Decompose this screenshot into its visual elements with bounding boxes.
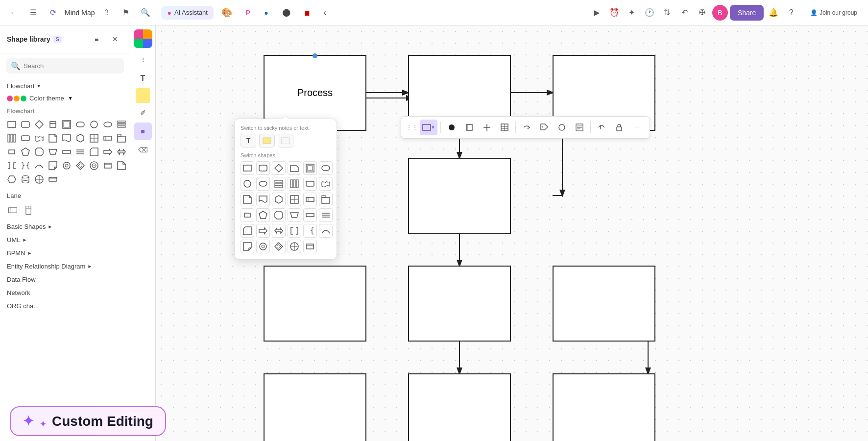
shape-hexagon[interactable]: [74, 132, 86, 144]
bookmark-button[interactable]: ⚑: [118, 5, 134, 21]
ps-trapezoid[interactable]: [288, 208, 301, 222]
shape-note3[interactable]: [116, 160, 127, 172]
eraser-tool[interactable]: ⌫: [134, 141, 152, 159]
handle-top[interactable]: [313, 53, 317, 58]
join-group-area[interactable]: 👤 Join our group: [805, 7, 862, 18]
shape-sm-rect[interactable]: [6, 146, 18, 158]
ps-rect[interactable]: [241, 161, 254, 175]
share-button[interactable]: Share: [730, 5, 764, 21]
sidebar-settings-button[interactable]: ≡: [89, 31, 104, 47]
circle-btn[interactable]: [554, 120, 570, 135]
ps-diamond[interactable]: [272, 161, 286, 175]
ps-rect2[interactable]: [303, 208, 317, 222]
ps-folded[interactable]: [288, 161, 301, 175]
tab-4[interactable]: ⚫: [276, 6, 296, 20]
search-button[interactable]: 🔍: [138, 5, 153, 21]
shape-h-bars[interactable]: [116, 119, 127, 130]
shape-v-bars[interactable]: [6, 132, 18, 144]
notification-button[interactable]: 🔔: [766, 5, 781, 21]
shape-circle[interactable]: [88, 119, 100, 130]
shape-clip-rect[interactable]: [47, 119, 59, 130]
tab-5[interactable]: ◼: [298, 6, 316, 20]
ps-bracket[interactable]: [288, 224, 301, 238]
ps-rectbar[interactable]: [303, 193, 317, 206]
process-box-8[interactable]: [264, 373, 366, 441]
process-box-10[interactable]: [553, 373, 655, 441]
shape-arc[interactable]: [33, 160, 45, 172]
back-button[interactable]: ←: [6, 5, 22, 21]
menu-button[interactable]: ☰: [25, 5, 41, 21]
ps-cutrect[interactable]: [241, 224, 254, 238]
ps-arc[interactable]: [319, 224, 333, 238]
shape-sm3[interactable]: [102, 160, 114, 172]
shape-pentagon[interactable]: [20, 146, 31, 158]
shape-pill[interactable]: [74, 119, 86, 130]
network-section[interactable]: Network: [0, 285, 130, 298]
ps-frame[interactable]: [303, 161, 317, 175]
shape-cut-rect[interactable]: [88, 146, 100, 158]
collapse-tabs[interactable]: ‹: [318, 5, 332, 20]
text-align-btn[interactable]: [572, 120, 587, 135]
tab-1[interactable]: 🎨: [216, 4, 238, 21]
process-box-7[interactable]: [553, 266, 655, 342]
pen-tool[interactable]: ✐: [134, 104, 152, 122]
sidebar-close-button[interactable]: ✕: [107, 31, 123, 47]
split-btn[interactable]: [479, 120, 495, 135]
org-chart-section[interactable]: ORG cha...: [0, 298, 130, 312]
ps-pentagon[interactable]: [256, 208, 270, 222]
shape-note2[interactable]: [47, 160, 59, 172]
ps-crossrect[interactable]: [288, 193, 301, 206]
shape-tool[interactable]: ■: [134, 122, 152, 140]
flowchart-section[interactable]: Flowchart ▼: [0, 78, 130, 92]
shape-rect-sm2[interactable]: [61, 146, 72, 158]
process-box-6[interactable]: [264, 266, 366, 342]
dot-style[interactable]: [444, 120, 459, 135]
user-avatar[interactable]: B: [712, 5, 728, 21]
shape-bracket[interactable]: [6, 160, 18, 172]
ps-diamond2[interactable]: [272, 240, 286, 253]
crop-btn[interactable]: [461, 120, 477, 135]
ps-octagon2[interactable]: [256, 240, 270, 253]
shape-brace[interactable]: [20, 160, 31, 172]
shape-tab[interactable]: [116, 132, 127, 144]
tab-2[interactable]: P: [240, 6, 256, 20]
cursor-button[interactable]: ↶: [677, 5, 693, 21]
data-flow-section[interactable]: Data Flow: [0, 272, 130, 285]
shape-rounded-rect[interactable]: [20, 119, 31, 130]
shape-rounded2[interactable]: [20, 132, 31, 144]
table-btn[interactable]: [497, 120, 512, 135]
process-box-4[interactable]: [408, 158, 511, 234]
switch-sticky1-btn[interactable]: [259, 134, 275, 147]
toolbar-drag-handle[interactable]: ⋮⋮: [406, 122, 418, 133]
shape-folded[interactable]: [47, 132, 59, 144]
shape-lane-v[interactable]: [23, 204, 34, 216]
lane-section[interactable]: Lane: [0, 188, 130, 201]
shape-cross-rect[interactable]: [88, 132, 100, 144]
shape-octagon[interactable]: [33, 146, 45, 158]
shape-trapezoid[interactable]: [47, 146, 59, 158]
color-palette-tool[interactable]: [134, 29, 152, 48]
ps-octagon[interactable]: [272, 208, 286, 222]
ps-arrow[interactable]: [256, 224, 270, 238]
uml-section[interactable]: UML ►: [0, 232, 130, 245]
shape-hexagon2[interactable]: [6, 173, 18, 185]
shape-rect-bar[interactable]: [102, 132, 114, 144]
ps-smrect[interactable]: [241, 208, 254, 222]
play-button[interactable]: ▶: [589, 5, 604, 21]
shape-diamond[interactable]: [33, 119, 45, 130]
flow-btn[interactable]: [519, 120, 534, 135]
ps-hbars[interactable]: [272, 177, 286, 191]
export-button[interactable]: ⇪: [98, 5, 114, 21]
shape-sm4[interactable]: [47, 173, 59, 185]
shape-frame[interactable]: [61, 119, 72, 130]
erd-section[interactable]: Entity Relationship Diagram ►: [0, 259, 130, 272]
frame-tool[interactable]: ⁝: [134, 51, 152, 69]
shape-diamond2[interactable]: [74, 160, 86, 172]
shape-ellipse[interactable]: [102, 119, 114, 130]
ps-vbars[interactable]: [288, 177, 301, 191]
ps-wave[interactable]: [319, 177, 333, 191]
search-box[interactable]: 🔍: [6, 58, 124, 74]
basic-shapes-section[interactable]: Basic Shapes ►: [0, 219, 130, 232]
ps-pill[interactable]: [319, 161, 333, 175]
shape-type-switcher[interactable]: ▼: [420, 120, 437, 135]
